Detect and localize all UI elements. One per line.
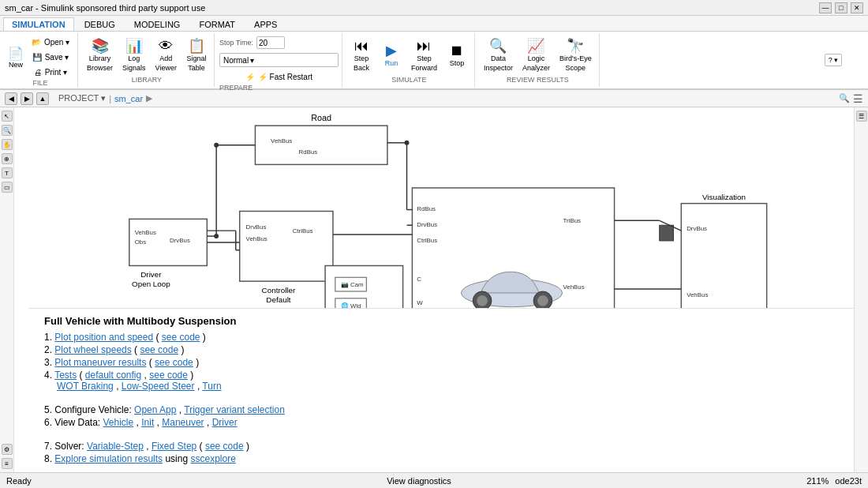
sidebar-area-tool[interactable]: ▭ bbox=[2, 182, 13, 193]
variable-step-link[interactable]: Variable-Step bbox=[87, 441, 144, 452]
sidebar-connect-tool[interactable]: ⊕ bbox=[2, 153, 13, 164]
step-forward-button[interactable]: ⏭ Step Forward bbox=[407, 35, 441, 76]
run-button[interactable]: ▶ Run bbox=[377, 35, 406, 76]
open-app-link[interactable]: Open App bbox=[134, 404, 176, 415]
tab-debug[interactable]: DEBUG bbox=[76, 17, 124, 31]
nav-back-button[interactable]: ◀ bbox=[5, 92, 17, 105]
low-speed-steer-link[interactable]: Low-Speed Steer bbox=[122, 381, 195, 392]
canvas-area[interactable]: Road VehBus RdBus VehBus Obs DrvBus Driv… bbox=[14, 107, 854, 472]
svg-text:DrvBus: DrvBus bbox=[687, 225, 707, 232]
init-link[interactable]: Init bbox=[141, 417, 154, 428]
turn-link[interactable]: Turn bbox=[202, 381, 221, 392]
birds-eye-button[interactable]: 🔭 Bird's-Eye Scope bbox=[556, 35, 596, 76]
fast-restart-button[interactable]: ⚡ ⚡ Fast Restart bbox=[219, 69, 339, 84]
plot-maneuver-code-link[interactable]: see code bbox=[155, 357, 193, 368]
review-group: 🔍 Data Inspector 📈 Logic Analyzer 🔭 Bird… bbox=[477, 33, 600, 87]
svg-text:VehBus: VehBus bbox=[687, 291, 708, 298]
svg-text:VehBus: VehBus bbox=[135, 229, 156, 236]
print-button[interactable]: 🖨 Print ▾ bbox=[27, 65, 74, 79]
svg-text:Controller: Controller bbox=[262, 286, 296, 295]
sidebar-hand-tool[interactable]: ✋ bbox=[2, 139, 13, 150]
library-browser-button[interactable]: 📚 Library Browser bbox=[83, 35, 117, 76]
maximize-button[interactable]: □ bbox=[835, 2, 847, 13]
solver-info: ode23t bbox=[835, 476, 862, 486]
svg-text:VehBus: VehBus bbox=[271, 137, 292, 145]
open-button[interactable]: 📂 Open ▾ bbox=[27, 35, 74, 49]
explore-results-link[interactable]: Explore simulation results bbox=[54, 453, 163, 464]
plot-position-link[interactable]: Plot position and speed bbox=[54, 332, 153, 343]
plot-maneuver-link[interactable]: Plot maneuver results bbox=[54, 357, 146, 368]
step-back-button[interactable]: ⏮ Step Back bbox=[347, 35, 376, 76]
sidebar-props-button[interactable]: ⚙ bbox=[2, 444, 13, 455]
svg-text:TrlBus: TrlBus bbox=[563, 217, 582, 224]
desc-item-7: 7. Solver: Variable-Step , Fixed Step ( … bbox=[44, 441, 838, 452]
solver-dropdown[interactable]: Normal ▾ bbox=[219, 53, 339, 67]
review-group-label: REVIEW RESULTS bbox=[507, 76, 569, 85]
sidebar-zoom-tool[interactable]: 🔍 bbox=[2, 125, 13, 136]
close-button[interactable]: ✕ bbox=[851, 2, 863, 13]
default-config-link[interactable]: default config bbox=[85, 370, 141, 381]
tests-link[interactable]: Tests bbox=[54, 370, 77, 381]
window-controls[interactable]: — □ ✕ bbox=[819, 2, 863, 13]
tests-code-link[interactable]: see code bbox=[149, 370, 188, 381]
driver-link[interactable]: Driver bbox=[212, 417, 238, 428]
vehicle-link[interactable]: Vehicle bbox=[103, 417, 133, 428]
desc-item-3: 3. Plot maneuver results ( see code ) bbox=[44, 357, 838, 368]
svg-text:VehBus: VehBus bbox=[246, 235, 268, 242]
fixed-step-link[interactable]: Fixed Step bbox=[152, 441, 196, 452]
tab-modeling[interactable]: MODELING bbox=[125, 17, 189, 31]
stop-time-input[interactable] bbox=[256, 36, 285, 49]
svg-text:Open Loop: Open Loop bbox=[132, 280, 170, 288]
sidebar-format-button[interactable]: ≡ bbox=[2, 458, 13, 469]
zoom-level: 211% bbox=[806, 476, 829, 486]
signal-table-button[interactable]: 📋 Signal Table bbox=[182, 35, 211, 76]
tab-apps[interactable]: APPS bbox=[245, 17, 286, 31]
sidebar-text-tool[interactable]: T bbox=[2, 167, 13, 178]
desc-item-6: 6. View Data: Vehicle , Init , Maneuver … bbox=[44, 417, 838, 428]
solver-code-link[interactable]: see code bbox=[205, 441, 244, 452]
tab-simulation[interactable]: SIMULATION bbox=[3, 17, 74, 31]
wot-braking-link[interactable]: WOT Braking bbox=[57, 381, 114, 392]
sscexplore-link[interactable]: sscexplore bbox=[190, 453, 235, 464]
trigger-variant-link[interactable]: Trigger variant selection bbox=[184, 404, 285, 415]
desc-num-8: 8. bbox=[44, 453, 54, 464]
new-button[interactable]: 📄 New bbox=[6, 44, 25, 70]
svg-point-74 bbox=[405, 141, 410, 145]
sidebar-select-tool[interactable]: ↖ bbox=[2, 111, 13, 122]
prepare-group-label: PREPARE bbox=[219, 84, 253, 93]
svg-text:Obs: Obs bbox=[135, 238, 147, 246]
stop-button[interactable]: ⏹ Stop bbox=[443, 35, 471, 76]
svg-rect-42 bbox=[660, 225, 674, 241]
nav-forward-button[interactable]: ▶ bbox=[21, 92, 33, 105]
file-group-label: FILE bbox=[32, 79, 47, 88]
svg-text:Visualization: Visualization bbox=[702, 193, 746, 201]
maneuver-link[interactable]: Maneuver bbox=[162, 417, 204, 428]
svg-point-76 bbox=[214, 234, 219, 238]
minimize-button[interactable]: — bbox=[819, 2, 832, 13]
data-inspector-button[interactable]: 🔍 Data Inspector bbox=[480, 35, 517, 76]
sidebar-toggle[interactable]: ☰ bbox=[853, 92, 863, 105]
plot-wheel-code-link[interactable]: see code bbox=[140, 344, 178, 355]
file-group: 📄 New 📂 Open ▾ 💾 Save ▾ 🖨 Print ▾ FILE bbox=[3, 33, 78, 87]
stop-time-label: Stop Time: bbox=[219, 39, 253, 47]
status-center[interactable]: View diagnostics bbox=[387, 476, 451, 486]
add-viewer-button[interactable]: 👁 Add Viewer bbox=[152, 35, 181, 76]
right-sidebar-collapse[interactable]: ☰ bbox=[856, 111, 867, 122]
plot-wheel-link[interactable]: Plot wheel speeds bbox=[54, 344, 131, 355]
plot-position-code-link[interactable]: see code bbox=[162, 332, 200, 343]
search-icon: 🔍 bbox=[839, 93, 850, 103]
breadcrumb-root[interactable]: sm_car bbox=[114, 94, 143, 103]
save-button[interactable]: 💾 Save ▾ bbox=[27, 50, 74, 64]
main-area: ↖ 🔍 ✋ ⊕ T ▭ ⚙ ≡ Road VehBus RdBus VehBus… bbox=[0, 107, 868, 472]
tab-format[interactable]: FORMAT bbox=[190, 17, 244, 31]
help-button[interactable]: ? ▾ bbox=[825, 54, 843, 66]
view-diagnostics[interactable]: View diagnostics bbox=[387, 476, 451, 486]
logic-analyzer-button[interactable]: 📈 Logic Analyzer bbox=[518, 35, 554, 76]
nav-up-button[interactable]: ▲ bbox=[36, 92, 49, 105]
description-panel: Full Vehicle with Multibody Suspension 1… bbox=[28, 308, 854, 472]
library-group: 📚 Library Browser 📊 Log Signals 👁 Add Vi… bbox=[80, 33, 215, 87]
log-signals-button[interactable]: 📊 Log Signals bbox=[118, 35, 150, 76]
file-buttons: 📄 New 📂 Open ▾ 💾 Save ▾ 🖨 Print ▾ bbox=[6, 35, 74, 79]
svg-text:Default: Default bbox=[266, 295, 290, 304]
svg-text:CtrlBus: CtrlBus bbox=[293, 227, 313, 235]
